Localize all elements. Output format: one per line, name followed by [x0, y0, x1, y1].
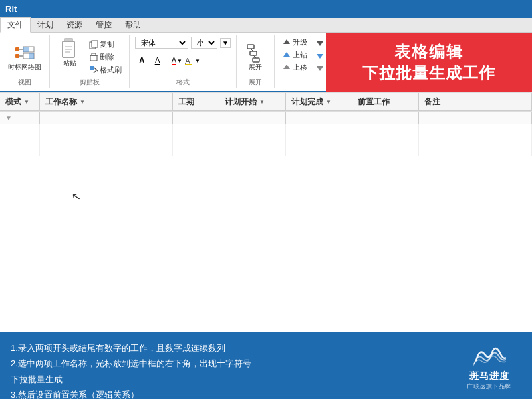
- promo-line2: 下拉批量生成工作: [362, 63, 495, 84]
- logo-subtitle: 广联达旗下品牌: [467, 382, 511, 391]
- svg-rect-7: [29, 53, 34, 59]
- filter-planend: [286, 112, 352, 124]
- title-bar: Rit: [0, 0, 532, 18]
- drill-up-button[interactable]: 上钻: [280, 49, 309, 61]
- paste-label: 粘贴: [63, 59, 76, 67]
- instruction-1: 1.录入两项开头或结尾有数字的工作，且数字成连续数列: [11, 340, 435, 356]
- font-family-select[interactable]: 宋体: [135, 37, 188, 49]
- cell-planend-2: [286, 140, 352, 156]
- col-header-period: 工期: [173, 93, 219, 110]
- ribbon: 时标网络图 视图: [0, 33, 532, 92]
- svg-rect-1: [15, 54, 19, 58]
- col-header-planend: 计划完成 ▼: [286, 93, 352, 110]
- filter-prevtask: [352, 112, 419, 124]
- ribbon-group-view-content: 时标网络图: [5, 37, 44, 76]
- cell-period-1: [173, 124, 219, 140]
- delete-label: 删除: [100, 52, 114, 62]
- filter-name: [40, 112, 173, 124]
- brand-logo: 斑马进度 广联达旗下品牌: [446, 332, 532, 399]
- cell-mode-2: [0, 140, 40, 156]
- menu-resource[interactable]: 资源: [60, 18, 89, 32]
- expand-content: 展开: [242, 37, 269, 76]
- col-header-prevtask: 前置工作: [352, 93, 419, 110]
- col-header-mode: 模式 ▼: [0, 93, 40, 110]
- cell-name-2[interactable]: [40, 140, 173, 156]
- upgrade-button[interactable]: 升级: [280, 37, 309, 48]
- ribbon-group-format: 宋体 小五 ▼ A A A ▼: [130, 35, 237, 88]
- menu-bar: 文件 计划 资源 管控 帮助: [0, 18, 532, 33]
- col-header-name: 工作名称 ▼: [40, 93, 173, 110]
- ribbon-group-view: 时标网络图 视图: [0, 35, 50, 88]
- view-button-label: 时标网络图: [8, 63, 41, 71]
- delete-button[interactable]: 删除: [87, 51, 124, 63]
- timescale-network-button[interactable]: 时标网络图: [5, 41, 44, 72]
- name-dropdown-arrow[interactable]: ▼: [80, 99, 85, 105]
- svg-marker-30: [283, 52, 290, 57]
- font-size-select[interactable]: 小五: [191, 37, 217, 49]
- promo-banner: 表格编辑 下拉批量生成工作: [326, 33, 532, 92]
- format-group-label: 格式: [176, 78, 190, 87]
- filter-rest: [419, 112, 532, 124]
- format-painter-button[interactable]: 格式刷: [87, 65, 124, 76]
- instruction-2: 2.选中两项工作名称，光标放到选中框的右下角，出现十字符号: [11, 356, 435, 371]
- menu-control[interactable]: 管控: [89, 18, 118, 32]
- bold-button[interactable]: A: [135, 54, 149, 67]
- cell-mode-1: [0, 124, 40, 140]
- svg-rect-23: [247, 45, 254, 49]
- col-header-rest: 备注: [419, 93, 532, 110]
- cell-start-1: [219, 124, 286, 140]
- table-body: [0, 124, 532, 350]
- svg-rect-15: [90, 55, 97, 61]
- format-divider: [168, 55, 168, 66]
- svg-rect-22: [185, 64, 192, 65]
- promo-line1: 表格编辑: [394, 41, 464, 63]
- svg-rect-14: [92, 41, 98, 47]
- svg-marker-32: [283, 65, 290, 69]
- timescale-icon: [14, 42, 35, 63]
- svg-line-20: [94, 71, 96, 73]
- expand-button[interactable]: 展开: [242, 41, 269, 72]
- format-buttons-row: A A A ▼ A ▼: [135, 54, 200, 67]
- filter-mode: ▼: [0, 112, 40, 124]
- svg-marker-33: [317, 66, 323, 71]
- svg-rect-17: [92, 53, 96, 55]
- expand-arrow[interactable]: ▼: [220, 38, 231, 48]
- paste-button[interactable]: 粘贴: [55, 37, 84, 76]
- svg-marker-29: [317, 41, 323, 46]
- col-header-start: 计划开始 ▼: [219, 93, 286, 110]
- copy-button[interactable]: 复制: [87, 39, 124, 50]
- clipboard-group-label: 剪贴板: [80, 78, 100, 87]
- filter-start: [219, 112, 286, 124]
- menu-file[interactable]: 文件: [0, 17, 31, 33]
- instruction-4: 3.然后设置前置关系（逻辑关系）: [11, 387, 435, 399]
- copy-label: 复制: [100, 39, 114, 49]
- table-row[interactable]: [0, 140, 532, 156]
- move-up-button[interactable]: 上移: [280, 62, 309, 73]
- color-picker-button[interactable]: A ▼: [172, 56, 182, 65]
- cell-name-1[interactable]: [40, 124, 173, 140]
- view-group-label: 视图: [18, 78, 31, 87]
- cell-planend-1: [286, 124, 352, 140]
- svg-rect-0: [15, 47, 19, 51]
- empty-workspace[interactable]: [0, 156, 532, 350]
- underline-button[interactable]: A: [151, 54, 164, 67]
- svg-rect-25: [253, 58, 259, 62]
- bottom-bar: 1.录入两项开头或结尾有数字的工作，且数字成连续数列 2.选中两项工作名称，光标…: [0, 332, 532, 399]
- app-title: Rit: [5, 4, 17, 14]
- svg-rect-24: [250, 51, 257, 55]
- table-row[interactable]: [0, 124, 532, 140]
- expand-group-label: 展开: [249, 78, 262, 87]
- logo-text: 斑马进度: [469, 370, 509, 382]
- menu-help[interactable]: 帮助: [118, 18, 148, 32]
- ribbon-group-expand: 展开 展开: [237, 35, 275, 88]
- menu-plan[interactable]: 计划: [31, 18, 60, 32]
- svg-marker-28: [283, 39, 290, 44]
- start-dropdown-arrow[interactable]: ▼: [259, 99, 265, 105]
- mode-dropdown-arrow[interactable]: ▼: [24, 99, 29, 105]
- cell-rest-2: [419, 140, 532, 156]
- format-content: 宋体 小五 ▼ A A A ▼: [135, 37, 231, 76]
- planend-dropdown-arrow[interactable]: ▼: [326, 99, 331, 105]
- highlight-button[interactable]: A ▼: [184, 55, 200, 66]
- paste-icon: [59, 38, 80, 59]
- font-row: 宋体 小五 ▼: [135, 37, 231, 49]
